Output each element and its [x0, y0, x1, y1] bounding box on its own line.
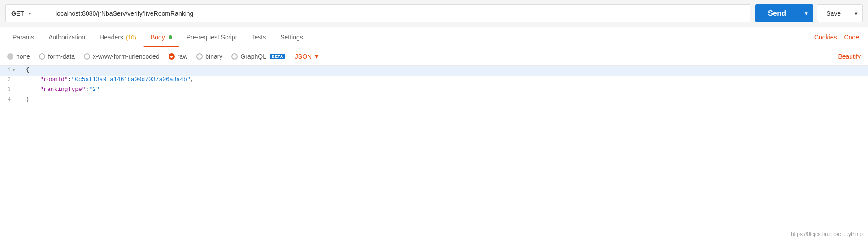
headers-badge: (10) — [126, 34, 136, 41]
line-2-content: "roomId":"0c5af13a9fa1461ba00d7037a06a8a… — [22, 76, 194, 83]
send-button[interactable]: Send — [755, 4, 799, 22]
code-line-4: 4 } — [0, 95, 868, 105]
tab-params[interactable]: Params — [5, 27, 41, 47]
line-number-2: 2 — [4, 77, 11, 83]
code-link[interactable]: Code — [841, 27, 863, 47]
format-chevron-icon: ▼ — [313, 53, 320, 60]
line-num-area-2: 2 — [0, 77, 22, 83]
radio-raw-icon — [169, 53, 175, 60]
option-raw[interactable]: raw — [169, 53, 188, 60]
tabs-row: Params Authorization Headers (10) Body P… — [0, 27, 868, 47]
line-num-area-4: 4 — [0, 96, 22, 103]
radio-none-icon — [7, 53, 13, 60]
save-button[interactable]: Save — [817, 4, 850, 22]
radio-urlencoded-icon — [84, 53, 90, 60]
code-editor[interactable]: 1 ▼ { 2 "roomId":"0c5af13a9fa1461ba00d70… — [0, 66, 868, 155]
option-urlencoded-label: x-www-form-urlencoded — [93, 53, 160, 60]
tab-tests[interactable]: Tests — [244, 27, 273, 47]
tab-body[interactable]: Body — [143, 27, 179, 47]
line-number-1: 1 — [4, 67, 11, 73]
method-chevron-icon: ▼ — [28, 11, 32, 16]
save-btn-group: Save ▼ — [817, 4, 863, 22]
line-4-content: } — [22, 96, 30, 103]
radio-binary-icon — [196, 53, 203, 60]
method-label: GET — [11, 10, 24, 17]
option-graphql[interactable]: GraphQL BETA — [231, 53, 285, 60]
cookies-link[interactable]: Cookies — [811, 27, 841, 47]
body-options-right: Beautify — [838, 53, 861, 60]
fold-icon-1[interactable]: ▼ — [13, 68, 15, 73]
line-1-content: { — [22, 66, 30, 73]
tab-settings[interactable]: Settings — [273, 27, 310, 47]
beautify-button[interactable]: Beautify — [838, 53, 861, 60]
top-bar: GET ▼ Send ▼ Save ▼ — [0, 0, 868, 27]
option-graphql-label: GraphQL — [240, 53, 266, 60]
line-num-area-3: 3 — [0, 86, 22, 93]
line-number-3: 3 — [4, 86, 11, 93]
format-select[interactable]: JSON ▼ — [295, 53, 320, 60]
option-none[interactable]: none — [7, 53, 30, 60]
send-btn-group: Send ▼ — [755, 4, 813, 22]
tab-authorization[interactable]: Authorization — [41, 27, 92, 47]
option-formdata-label: form-data — [48, 53, 75, 60]
option-binary[interactable]: binary — [196, 53, 222, 60]
body-options-row: none form-data x-www-form-urlencoded raw… — [0, 47, 868, 66]
option-form-data[interactable]: form-data — [39, 53, 75, 60]
option-raw-label: raw — [178, 53, 188, 60]
send-dropdown-button[interactable]: ▼ — [799, 4, 813, 22]
tab-prerequest[interactable]: Pre-request Script — [179, 27, 244, 47]
code-line-3: 3 "rankingType":"2" — [0, 86, 868, 95]
tabs-right: Cookies Code — [811, 27, 863, 47]
method-select[interactable]: GET ▼ — [5, 4, 50, 22]
url-input[interactable] — [50, 4, 750, 22]
option-binary-label: binary — [205, 53, 222, 60]
beta-badge: BETA — [270, 54, 285, 59]
code-line-1: 1 ▼ { — [0, 66, 868, 76]
line-number-4: 4 — [4, 96, 11, 103]
body-dot-icon — [169, 35, 172, 39]
option-urlencoded[interactable]: x-www-form-urlencoded — [84, 53, 160, 60]
tab-headers[interactable]: Headers (10) — [92, 27, 143, 47]
radio-graphql-icon — [231, 53, 238, 60]
radio-formdata-icon — [39, 53, 45, 60]
line-num-area-1: 1 ▼ — [0, 67, 22, 73]
option-none-label: none — [16, 53, 30, 60]
format-label: JSON — [295, 53, 312, 60]
save-dropdown-button[interactable]: ▼ — [850, 4, 863, 22]
line-3-content: "rankingType":"2" — [22, 86, 100, 93]
code-line-2: 2 "roomId":"0c5af13a9fa1461ba00d7037a06a… — [0, 76, 868, 86]
